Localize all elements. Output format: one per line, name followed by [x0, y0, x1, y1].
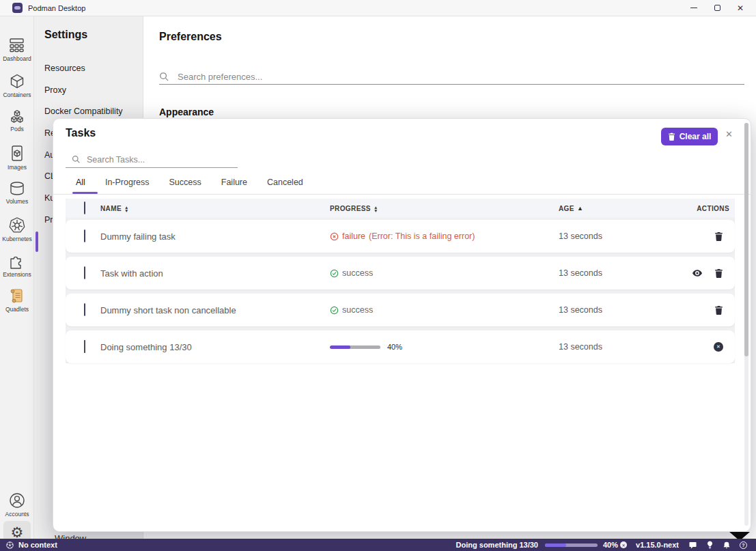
search-icon [159, 72, 169, 82]
preferences-search [159, 70, 744, 85]
icon-sidebar: Dashboard Containers Pods [0, 16, 34, 539]
statusbar-cancel-task-button[interactable]: ✕ [620, 541, 627, 548]
feedback-button[interactable] [688, 541, 697, 550]
sidebar-item-volumes[interactable]: Volumes [0, 180, 34, 213]
success-icon [330, 306, 339, 315]
tab-success[interactable]: Success [169, 178, 201, 187]
tasks-search-input[interactable] [87, 155, 223, 165]
task-status: failure [342, 231, 365, 241]
row-checkbox[interactable] [84, 303, 85, 316]
success-icon [330, 269, 339, 278]
statusbar-progress-bar [545, 543, 598, 547]
select-all-checkbox[interactable] [84, 201, 85, 214]
containers-icon [8, 73, 26, 90]
task-name: Doing something 13/30 [100, 342, 192, 352]
sidebar-label: Volumes [6, 198, 29, 205]
tab-all[interactable]: All [76, 178, 85, 187]
task-progress-bar [330, 345, 380, 349]
tabs-divider [53, 194, 752, 195]
table-row: Task with action success 13 seconds [66, 257, 735, 289]
sort-progress-icon[interactable]: ▲▼ [374, 205, 378, 212]
sidebar-item-accounts[interactable]: Accounts [0, 492, 34, 524]
task-progress-percent: 40% [387, 343, 402, 351]
table-row: Dummy failing task failure (Error: This … [66, 220, 735, 253]
delete-task-button[interactable] [714, 268, 723, 278]
preferences-search-input[interactable] [178, 72, 710, 82]
sidebar-item-containers[interactable]: Containers [0, 73, 34, 106]
tab-failure[interactable]: Failure [221, 178, 247, 187]
tab-canceled[interactable]: Canceled [267, 178, 303, 187]
sidebar-item-extensions[interactable]: Extensions [0, 252, 34, 285]
view-task-button[interactable] [692, 268, 703, 279]
modal-scrollbar [744, 123, 748, 526]
maximize-icon [714, 5, 720, 11]
task-name: Dummy failing task [100, 231, 176, 242]
task-age: 13 seconds [559, 342, 602, 352]
column-header-progress: PROGRESS [330, 205, 371, 212]
clear-all-button[interactable]: Clear all [661, 128, 718, 145]
sidebar-label: Extensions [3, 271, 31, 278]
task-name: Dummy short task non cancellable [100, 305, 236, 315]
tasks-modal: Tasks Clear all ✕ All In-Progress Succes… [53, 118, 751, 532]
sidebar-label: Quadlets [5, 306, 29, 313]
delete-task-button[interactable] [714, 231, 723, 241]
minimize-icon [690, 8, 697, 9]
sidebar-item-images[interactable]: Images [0, 145, 34, 178]
settings-nav-item-resources[interactable]: Resources [44, 63, 85, 73]
sidebar-item-dashboard[interactable]: Dashboard [0, 38, 34, 70]
tab-in-progress[interactable]: In-Progress [105, 178, 150, 187]
active-tab-indicator [72, 192, 98, 194]
failure-icon [330, 232, 339, 241]
sidebar-item-kubernetes[interactable]: Kubernetes [0, 216, 34, 249]
delete-task-button[interactable] [714, 305, 723, 315]
table-header: NAME ▲▼ PROGRESS ▲▼ AGE ▲ ACTIONS [66, 199, 735, 218]
table-row: Dummy short task non cancellable success… [66, 294, 735, 326]
row-checkbox[interactable] [84, 229, 85, 242]
sidebar-label: Pods [10, 126, 23, 132]
close-modal-button[interactable]: ✕ [725, 129, 733, 139]
kube-context-button[interactable]: No context [5, 541, 57, 550]
sort-name-icon[interactable]: ▲▼ [124, 205, 128, 212]
sidebar-label: Accounts [5, 511, 29, 518]
task-name: Task with action [100, 268, 163, 279]
statusbar: No context Doing something 13/30 40% ✕ v… [0, 539, 756, 551]
column-header-actions: ACTIONS [697, 205, 729, 212]
trash-icon [668, 132, 675, 141]
task-age: 13 seconds [559, 268, 602, 278]
troubleshooting-button[interactable] [706, 540, 714, 550]
statusbar-task-label[interactable]: Doing something 13/30 [456, 541, 538, 549]
sidebar-label: Images [8, 164, 27, 171]
row-checkbox-checked[interactable] [84, 340, 85, 353]
images-icon [8, 145, 26, 163]
sidebar-item-quadlets[interactable]: Quadlets [0, 287, 34, 320]
sort-age-icon[interactable]: ▲ [577, 206, 583, 212]
help-button[interactable]: ? [740, 541, 747, 549]
tasks-modal-title: Tasks [66, 127, 96, 139]
settings-nav-title: Settings [44, 29, 87, 41]
row-checkbox[interactable] [84, 266, 85, 279]
table-row: Doing something 13/30 40% 13 seconds ✕ [66, 330, 735, 363]
app-window: Podman Desktop ✕ Dashboard [0, 0, 756, 551]
volumes-icon [8, 180, 26, 197]
context-label: No context [18, 541, 57, 549]
modal-scrollbar-thumb[interactable] [744, 123, 748, 356]
appearance-section-heading: Appearance [159, 107, 214, 117]
extensions-icon [8, 252, 26, 270]
minimize-button[interactable] [682, 1, 705, 16]
maximize-button[interactable] [705, 1, 729, 16]
kubernetes-icon [8, 216, 26, 234]
search-icon [72, 155, 81, 164]
notifications-button[interactable] [723, 541, 731, 550]
task-age: 13 seconds [559, 231, 602, 241]
quadlets-icon [8, 287, 26, 305]
titlebar: Podman Desktop ✕ [0, 0, 756, 16]
sidebar-item-pods[interactable]: Pods [0, 109, 34, 142]
cancel-task-button[interactable]: ✕ [714, 342, 723, 352]
settings-nav-item-docker-compatibility[interactable]: Docker Compatibility [44, 107, 123, 116]
settings-nav-item-partial-5[interactable]: Pr [44, 215, 53, 225]
task-status: success [342, 268, 373, 278]
app-title: Podman Desktop [28, 4, 85, 12]
task-status: success [342, 305, 373, 315]
close-window-button[interactable]: ✕ [729, 1, 752, 16]
settings-nav-item-proxy[interactable]: Proxy [44, 85, 66, 95]
